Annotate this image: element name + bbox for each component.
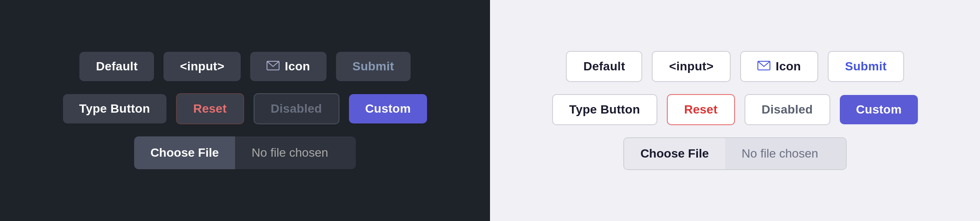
light-disabled-button: Disabled — [744, 94, 830, 125]
dark-no-file-label: No file chosen — [235, 136, 356, 169]
light-row-1: Default <input> Icon Submit — [566, 51, 904, 82]
light-icon-button[interactable]: Icon — [740, 51, 818, 82]
dark-reset-button[interactable]: Reset — [176, 93, 244, 124]
light-row-2: Type Button Reset Disabled Custom — [552, 94, 918, 125]
dark-default-button[interactable]: Default — [79, 52, 154, 81]
light-typebutton-button[interactable]: Type Button — [552, 94, 657, 125]
light-panel: Default <input> Icon Submit Type Button … — [490, 0, 980, 221]
dark-choose-file-button[interactable]: Choose File — [134, 136, 236, 169]
dark-disabled-button: Disabled — [254, 93, 339, 124]
light-choose-file-button[interactable]: Choose File — [624, 138, 726, 169]
envelope-icon-light — [757, 60, 770, 73]
dark-row-2: Type Button Reset Disabled Custom — [63, 93, 427, 124]
dark-file-row: Choose File No file chosen — [134, 136, 356, 169]
light-submit-button[interactable]: Submit — [828, 51, 904, 82]
dark-panel: Default <input> Icon Submit Type Button … — [0, 0, 490, 221]
light-custom-button[interactable]: Custom — [840, 95, 918, 124]
light-no-file-label: No file chosen — [725, 138, 846, 169]
dark-typebutton-button[interactable]: Type Button — [63, 94, 166, 123]
dark-submit-button[interactable]: Submit — [336, 52, 411, 81]
light-reset-button[interactable]: Reset — [667, 94, 735, 125]
light-file-row: Choose File No file chosen — [623, 137, 847, 170]
dark-row-1: Default <input> Icon Submit — [79, 52, 410, 81]
dark-icon-button-label: Icon — [285, 60, 310, 73]
dark-custom-button[interactable]: Custom — [349, 94, 427, 123]
envelope-icon — [267, 60, 280, 73]
light-icon-button-label: Icon — [776, 60, 801, 73]
dark-file-input[interactable]: Choose File No file chosen — [134, 136, 356, 169]
light-default-button[interactable]: Default — [566, 51, 642, 82]
light-file-input[interactable]: Choose File No file chosen — [623, 137, 847, 170]
dark-icon-button[interactable]: Icon — [250, 52, 327, 81]
light-input-button[interactable]: <input> — [652, 51, 731, 82]
dark-input-button[interactable]: <input> — [163, 52, 241, 81]
